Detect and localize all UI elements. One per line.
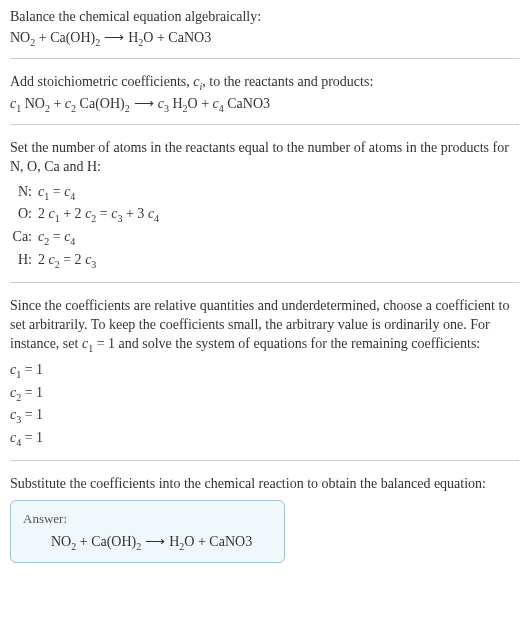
s: 4 (70, 190, 75, 201)
answer-box: Answer: NO2 + Ca(OH)2 ⟶ H2O + CaNO3 (10, 500, 285, 563)
balanced-equation: NO2 + Ca(OH)2 ⟶ H2O + CaNO3 (23, 533, 272, 552)
species-h2o-h: H (169, 534, 179, 549)
s: 3 (91, 259, 96, 270)
t: = (96, 206, 111, 221)
atom-row-o: O: 2 c1 + 2 c2 = c3 + 3 c4 (10, 203, 519, 226)
atom-intro: Set the number of atoms in the reactants… (10, 139, 519, 177)
species-no2: NO (10, 30, 30, 45)
substitute-intro: Substitute the coefficients into the che… (10, 475, 519, 494)
reaction-arrow: ⟶ (134, 95, 154, 112)
plus: + (50, 96, 65, 111)
atom-eq: 2 c2 = 2 c3 (38, 249, 96, 272)
t: = 2 (60, 252, 85, 267)
section-solve: Since the coefficients are relative quan… (10, 297, 519, 450)
atom-row-h: H: 2 c2 = 2 c3 (10, 249, 519, 272)
atom-eq: 2 c1 + 2 c2 = c3 + 3 c4 (38, 203, 159, 226)
coeff-line: c2 = 1 (10, 382, 519, 405)
atom-label: N: (10, 181, 38, 202)
caoh-sub: 2 (125, 103, 130, 114)
divider (10, 124, 519, 125)
atom-label: Ca: (10, 226, 38, 247)
divider (10, 58, 519, 59)
eq: = (49, 229, 64, 244)
rest: = 1 (21, 385, 43, 400)
sp-caoh: Ca(OH) (76, 96, 125, 111)
species-rest: O + CaNO3 (184, 534, 252, 549)
text-a: Add stoichiometric coefficients, (10, 74, 193, 89)
atom-eq: c2 = c4 (38, 226, 75, 249)
sp-no2: NO (21, 96, 45, 111)
sub-2b: 2 (95, 37, 100, 48)
rest: = 1 (21, 407, 43, 422)
reaction-arrow: ⟶ (104, 29, 124, 46)
coeff-equation: c1 NO2 + c2 Ca(OH)2 ⟶ c3 H2O + c4 CaNO3 (10, 95, 519, 114)
s: 4 (70, 236, 75, 247)
atom-row-n: N: c1 = c4 (10, 181, 519, 204)
answer-label: Answer: (23, 511, 272, 527)
rest: = 1 (21, 430, 43, 445)
unbalanced-equation: NO2 + Ca(OH)2 ⟶ H2O + CaNO3 (10, 29, 519, 48)
coeff-line: c4 = 1 (10, 427, 519, 450)
t: + 3 (122, 206, 147, 221)
species-rest: O + CaNO3 (143, 30, 211, 45)
atom-label: O: (10, 203, 38, 224)
divider (10, 282, 519, 283)
atom-row-ca: Ca: c2 = c4 (10, 226, 519, 249)
atom-table: N: c1 = c4 O: 2 c1 + 2 c2 = c3 + 3 c4 Ca… (10, 181, 519, 272)
coeff-intro: Add stoichiometric coefficients, ci, to … (10, 73, 519, 93)
plus-caoh: + Ca(OH) (76, 534, 136, 549)
sp-cano3: CaNO3 (224, 96, 270, 111)
sp-h2o: H (169, 96, 183, 111)
section-coefficients: Add stoichiometric coefficients, ci, to … (10, 73, 519, 114)
reaction-arrow: ⟶ (145, 533, 165, 550)
text-b: = 1 and solve the system of equations fo… (93, 336, 480, 351)
atom-eq: c1 = c4 (38, 181, 75, 204)
section-intro: Balance the chemical equation algebraica… (10, 8, 519, 48)
species-h2o-h: H (128, 30, 138, 45)
text-b: , to the reactants and products: (202, 74, 373, 89)
s: 4 (154, 213, 159, 224)
eq: = (49, 184, 64, 199)
t: 2 (38, 206, 49, 221)
solve-intro: Since the coefficients are relative quan… (10, 297, 519, 355)
species-no2: NO (51, 534, 71, 549)
atom-label: H: (10, 249, 38, 270)
t: + 2 (60, 206, 85, 221)
section-atom-balance: Set the number of atoms in the reactants… (10, 139, 519, 272)
divider (10, 460, 519, 461)
t: 2 (38, 252, 49, 267)
coeff-line: c1 = 1 (10, 359, 519, 382)
sp-h2o-b: O + (188, 96, 213, 111)
plus-caoh: + Ca(OH) (35, 30, 95, 45)
intro-text: Balance the chemical equation algebraica… (10, 8, 519, 27)
section-answer: Substitute the coefficients into the che… (10, 475, 519, 563)
sub-2b: 2 (136, 541, 141, 552)
coeff-line: c3 = 1 (10, 404, 519, 427)
coeff-solution-list: c1 = 1 c2 = 1 c3 = 1 c4 = 1 (10, 359, 519, 450)
rest: = 1 (21, 362, 43, 377)
